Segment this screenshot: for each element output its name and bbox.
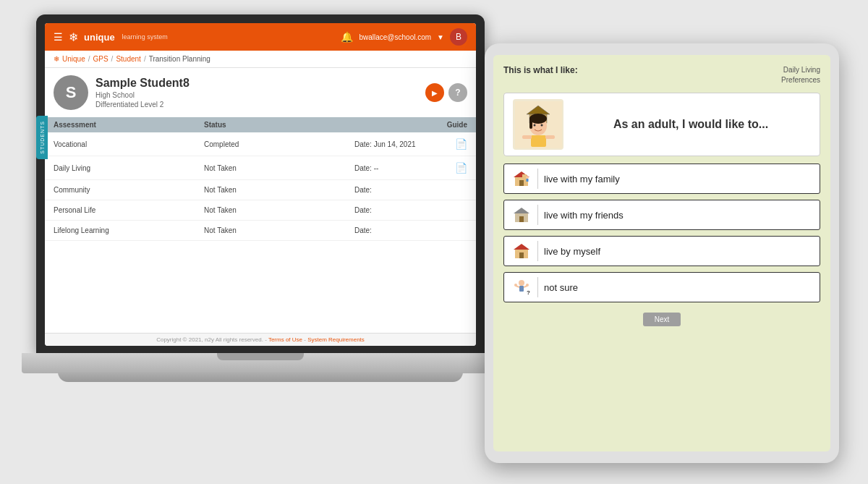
- student-school-level: High School: [95, 91, 418, 99]
- logo-text: unique: [84, 32, 115, 43]
- tablet-bezel: This is what I like: Daily Living Prefer…: [485, 43, 839, 463]
- pdf-icon-1[interactable]: 📄: [455, 162, 467, 174]
- bell-icon[interactable]: 🔔: [341, 31, 353, 43]
- student-info: Sample Student8 High School Differentiat…: [95, 77, 418, 109]
- date-text-1: Date: --: [354, 164, 378, 172]
- table-row: Lifelong Learning Not Taken Date:: [45, 221, 476, 241]
- table-row: Vocational Completed Date: Jun 14, 2021 …: [45, 132, 476, 156]
- option-row-3[interactable]: ? not sure: [503, 272, 820, 302]
- tablet-screen: This is what I like: Daily Living Prefer…: [493, 55, 830, 451]
- system-requirements-link[interactable]: System Requirements: [307, 336, 365, 343]
- svg-marker-20: [514, 244, 529, 250]
- laptop-device: ☰ ❄ unique learning system 🔔 bwallace@sc…: [22, 14, 499, 449]
- table-row: Community Not Taken Date:: [45, 180, 476, 200]
- option-divider-0: [537, 169, 538, 189]
- svg-rect-24: [519, 286, 524, 292]
- svg-rect-22: [519, 252, 524, 258]
- app-footer: Copyright © 2021, n2y All rights reserve…: [45, 333, 476, 346]
- row-status-1: Not Taken: [204, 164, 354, 172]
- app-header: ☰ ❄ unique learning system 🔔 bwallace@sc…: [45, 23, 476, 51]
- question-card: As an adult, I would like to...: [503, 93, 820, 156]
- option-text-2: live by myself: [544, 246, 600, 257]
- terms-link[interactable]: Terms of Use: [268, 336, 302, 343]
- tablet-footer: Next: [503, 313, 820, 326]
- option-icon-0: [511, 169, 532, 189]
- svg-rect-8: [531, 135, 546, 147]
- question-text: As an adult, I would like to...: [571, 118, 811, 131]
- row-date-3: Date:: [354, 206, 467, 214]
- svg-rect-10: [545, 135, 555, 139]
- date-text-2: Date:: [354, 186, 372, 194]
- laptop-bezel: ☰ ❄ unique learning system 🔔 bwallace@sc…: [36, 14, 485, 354]
- svg-point-15: [526, 176, 529, 179]
- row-date-4: Date:: [354, 226, 467, 234]
- date-text-0: Date: Jun 14, 2021: [354, 140, 416, 148]
- breadcrumb-sep1: /: [88, 55, 90, 63]
- svg-point-27: [514, 284, 517, 286]
- user-avatar[interactable]: B: [450, 28, 467, 46]
- tablet-device: This is what I like: Daily Living Prefer…: [485, 43, 839, 463]
- students-tab[interactable]: STUDENTS: [36, 116, 48, 159]
- row-status-0: Completed: [204, 140, 354, 148]
- breadcrumb: ❄ Unique / GPS / Student / Transition Pl…: [45, 51, 476, 68]
- option-divider-2: [537, 241, 538, 261]
- row-assessment-3: Personal Life: [54, 206, 204, 214]
- chevron-down-icon[interactable]: ▼: [437, 33, 444, 41]
- tablet-section-label: Daily Living Preferences: [781, 65, 820, 85]
- row-assessment-1: Daily Living: [54, 164, 204, 172]
- svg-rect-9: [522, 135, 532, 139]
- tablet-section-line1: Daily Living: [781, 65, 820, 75]
- breadcrumb-sep3: /: [144, 55, 146, 63]
- tablet-header: This is what I like: Daily Living Prefer…: [503, 65, 820, 85]
- row-assessment-0: Vocational: [54, 140, 204, 148]
- breadcrumb-current: Transition Planning: [149, 55, 210, 63]
- option-row-0[interactable]: live with my family: [503, 164, 820, 194]
- tablet-page-title: This is what I like:: [503, 65, 578, 75]
- svg-point-23: [519, 280, 524, 286]
- breadcrumb-gps[interactable]: GPS: [93, 55, 108, 63]
- option-icon-2: [511, 241, 532, 261]
- help-button[interactable]: ?: [448, 83, 467, 102]
- svg-marker-17: [514, 208, 529, 213]
- next-button[interactable]: Next: [643, 313, 681, 326]
- tablet-section-line2: Preferences: [781, 75, 820, 85]
- header-left: ☰ ❄ unique learning system: [54, 30, 168, 44]
- laptop-screen: ☰ ❄ unique learning system 🔔 bwallace@sc…: [45, 23, 476, 346]
- breadcrumb-sep2: /: [111, 55, 114, 63]
- breadcrumb-unique[interactable]: Unique: [62, 55, 85, 63]
- row-assessment-2: Community: [54, 186, 204, 194]
- option-text-1: live with my friends: [544, 210, 624, 221]
- laptop-base: [22, 353, 499, 373]
- option-icon-1: [511, 205, 532, 225]
- svg-rect-19: [519, 216, 524, 222]
- breadcrumb-student[interactable]: Student: [116, 55, 140, 63]
- row-date-2: Date:: [354, 186, 467, 194]
- col-header-status: Status: [204, 121, 354, 129]
- col-header-assessment: Assessment: [54, 121, 204, 129]
- svg-point-6: [533, 124, 535, 126]
- option-divider-3: [537, 277, 538, 297]
- date-text-4: Date:: [354, 226, 372, 234]
- options-container: live with my family live with my friends: [503, 164, 820, 302]
- hamburger-icon[interactable]: ☰: [54, 31, 63, 43]
- option-row-2[interactable]: live by myself: [503, 236, 820, 266]
- assessment-table: Assessment Status Guide Vocational Compl…: [45, 117, 476, 333]
- student-diff-level: Differentiated Level 2: [95, 101, 418, 109]
- student-name: Sample Student8: [95, 77, 418, 90]
- svg-text:?: ?: [527, 289, 530, 296]
- svg-point-28: [526, 284, 529, 286]
- row-assessment-4: Lifelong Learning: [54, 226, 204, 234]
- table-header: Assessment Status Guide: [45, 117, 476, 132]
- option-row-1[interactable]: live with my friends: [503, 200, 820, 230]
- pdf-icon-0[interactable]: 📄: [455, 138, 467, 150]
- header-right: 🔔 bwallace@school.com ▼ B: [341, 28, 467, 46]
- row-status-2: Not Taken: [204, 186, 354, 194]
- svg-rect-16: [527, 179, 529, 182]
- table-row: Daily Living Not Taken Date: -- 📄: [45, 156, 476, 180]
- play-button[interactable]: ▶: [425, 83, 444, 102]
- row-status-3: Not Taken: [204, 206, 354, 214]
- col-header-guide: Guide: [354, 121, 467, 129]
- svg-rect-13: [519, 180, 524, 186]
- students-tab-label: STUDENTS: [40, 121, 45, 154]
- option-text-0: live with my family: [544, 174, 620, 184]
